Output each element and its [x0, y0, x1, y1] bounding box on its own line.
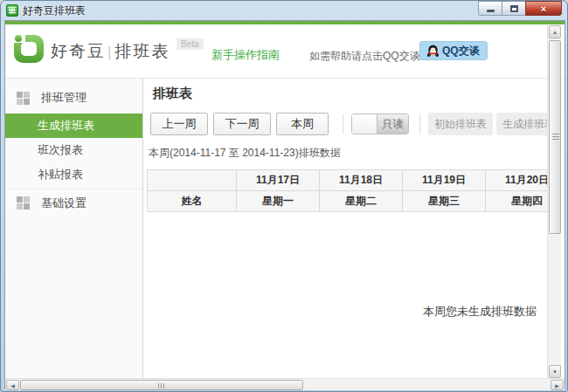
table-row-dates: 11月17日 11月18日 11月19日 11月20日	[148, 170, 549, 191]
schedule-table-header: 11月17日 11月18日 11月19日 11月20日 姓名 星期一 星期二 星…	[147, 169, 548, 212]
table-cell-name-header: 姓名	[148, 191, 237, 212]
window-app-icon: 班	[6, 4, 18, 17]
sidebar-section-schedule-management: 排班管理	[5, 84, 142, 112]
window-content: 好奇豆|排班表 Beta 新手操作指南 如需帮助请点击QQ交谈： QQ交谈	[4, 20, 565, 389]
week-info-text: 本周(2014-11-17 至 2014-11-23)排班数据	[149, 146, 341, 161]
beginner-guide-link[interactable]: 新手操作指南	[211, 47, 280, 63]
page-title: 排班表	[153, 86, 192, 102]
close-button[interactable]: ×	[525, 1, 562, 16]
table-cell	[148, 170, 237, 191]
sidebar-item-generate-schedule[interactable]: 生成排班表	[5, 113, 142, 138]
brand-divider: |	[106, 44, 114, 60]
readonly-toggle[interactable]: 只读	[351, 113, 409, 134]
grid-icon	[17, 196, 23, 203]
scroll-right-icon[interactable]: ▶	[551, 380, 564, 390]
empty-data-message: 本周您未生成排班数据	[405, 304, 548, 320]
scrollbar-grip	[158, 383, 159, 389]
app-window: 班 好奇豆排班表 × 好奇豆|排班表	[0, 0, 568, 392]
grid-icon	[17, 92, 23, 98]
main-panel: 排班表 上一周 下一周 本周 只读 初始排班表 生成排班表 本周(2014-11…	[143, 79, 548, 378]
prev-week-button[interactable]: 上一周	[150, 113, 208, 135]
sidebar-item-subsidy-report[interactable]: 补贴报表	[5, 162, 142, 187]
window-title: 好奇豆排班表	[23, 3, 479, 18]
table-cell-date: 11月18日	[320, 170, 403, 191]
brand-title: 好奇豆|排班表	[51, 40, 170, 63]
toolbar-divider	[419, 114, 420, 134]
vertical-scrollbar-thumb[interactable]	[549, 40, 561, 234]
maximize-button[interactable]	[502, 1, 526, 16]
toggle-knob	[352, 114, 378, 134]
app-header: 好奇豆|排班表 Beta 新手操作指南 如需帮助请点击QQ交谈： QQ交谈	[5, 24, 565, 79]
table-row-days: 姓名 星期一 星期二 星期三 星期四	[148, 191, 549, 212]
table-cell-day: 星期一	[237, 191, 320, 212]
window-controls: ×	[479, 1, 562, 16]
maximize-icon	[510, 5, 518, 12]
app-logo-icon	[12, 31, 45, 65]
qq-penguin-icon	[427, 45, 439, 58]
qq-chat-button[interactable]: QQ交谈	[419, 41, 488, 60]
scroll-left-icon[interactable]: ◀	[6, 380, 19, 390]
scroll-down-icon[interactable]: ▼	[549, 365, 561, 378]
minimize-icon	[487, 10, 495, 12]
this-week-button[interactable]: 本周	[276, 113, 329, 135]
sidebar-section-label: 基础设置	[41, 196, 87, 211]
table-cell-date: 11月20日	[486, 170, 549, 191]
sidebar: 排班管理 生成排班表 班次报表 补贴报表 基础设置	[5, 79, 143, 378]
brand-primary: 好奇豆	[51, 42, 106, 60]
table-cell-day: 星期三	[403, 191, 486, 212]
window-titlebar[interactable]: 班 好奇豆排班表 ×	[1, 1, 567, 20]
vertical-scrollbar[interactable]: ▲ ▼	[547, 25, 561, 378]
scroll-up-icon[interactable]: ▲	[549, 25, 561, 38]
table-cell-date: 11月19日	[403, 170, 486, 191]
next-week-button[interactable]: 下一周	[213, 113, 271, 135]
initial-schedule-button[interactable]: 初始排班表	[428, 113, 493, 135]
readonly-toggle-label: 只读	[378, 114, 408, 134]
table-cell-day: 星期二	[320, 191, 403, 212]
horizontal-scrollbar-thumb[interactable]	[20, 380, 303, 390]
toolbar-divider	[343, 114, 343, 134]
brand-secondary: 排班表	[114, 42, 170, 60]
scrollbar-grip	[552, 134, 559, 134]
sidebar-item-shift-report[interactable]: 班次报表	[5, 138, 142, 162]
qq-help-text: 如需帮助请点击QQ交谈：	[309, 49, 431, 64]
table-cell-date: 11月17日	[237, 170, 320, 191]
table-cell-day: 星期四	[486, 191, 549, 212]
sidebar-section-label: 排班管理	[41, 90, 87, 106]
beta-badge: Beta	[177, 38, 204, 50]
generate-schedule-button[interactable]: 生成排班表	[496, 113, 548, 135]
qq-chat-label: QQ交谈	[442, 44, 480, 58]
sidebar-section-basic-settings[interactable]: 基础设置	[5, 189, 142, 217]
horizontal-scrollbar[interactable]: ◀ ▶	[5, 378, 565, 390]
minimize-button[interactable]	[478, 1, 502, 16]
